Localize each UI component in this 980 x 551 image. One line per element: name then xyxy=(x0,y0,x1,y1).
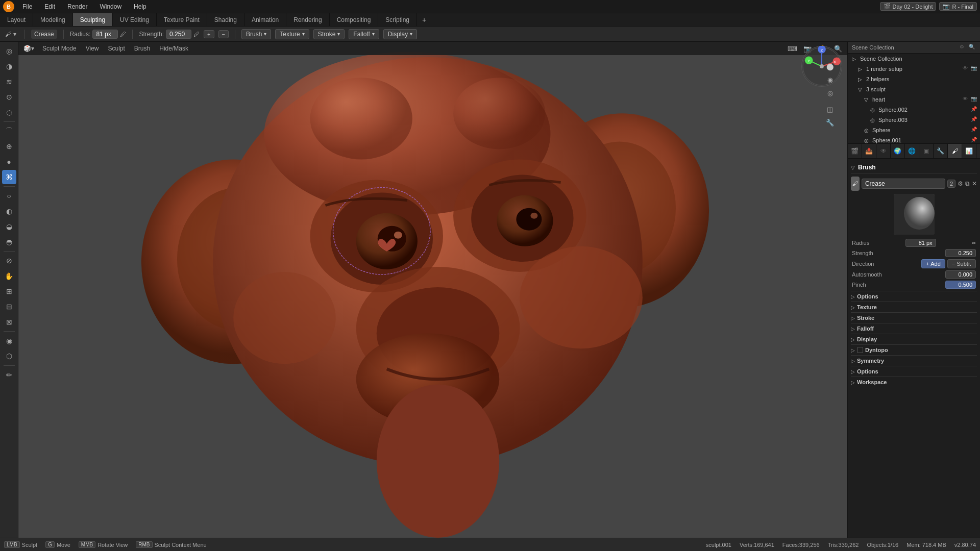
stroke-section[interactable]: ▷ Stroke xyxy=(851,312,977,323)
navigation-gizmo[interactable]: X Y Z xyxy=(801,46,842,87)
outliner-item-scene-collection[interactable]: ▷ Scene Collection xyxy=(848,54,980,64)
props-tab-object[interactable]: ▣ xyxy=(919,144,934,158)
gizmo-circle[interactable]: X Y Z xyxy=(801,46,842,87)
smooth-button[interactable]: ○ xyxy=(2,189,16,203)
falloff-dropdown[interactable]: Falloff xyxy=(349,29,379,39)
hide-mask-menu[interactable]: Hide/Mask xyxy=(156,44,191,53)
brush-dropdown[interactable]: Brush xyxy=(241,29,271,39)
outliner-item-heart[interactable]: ▽ heart 👁 📷 xyxy=(848,94,980,105)
outliner-item-sphere003[interactable]: ◎ Sphere.003 📌 xyxy=(848,115,980,125)
slide-relax-button[interactable]: ⬡ xyxy=(2,349,16,363)
camera-icon[interactable]: 📷 xyxy=(971,65,978,72)
pinch-button[interactable]: ⊘ xyxy=(2,254,16,268)
tab-sculpting[interactable]: Sculpting xyxy=(73,13,113,26)
view-menu[interactable]: View xyxy=(83,44,102,53)
symmetry-section[interactable]: ▷ Symmetry xyxy=(851,355,977,366)
overlays-button[interactable]: ◫ xyxy=(824,103,836,115)
strength-prop-value[interactable]: 0.250 xyxy=(945,249,976,257)
outliner-item-helpers[interactable]: ▷ 2 helpers xyxy=(848,74,980,84)
sculpt-menu[interactable]: Sculpt xyxy=(105,44,128,53)
add-workspace-button[interactable]: + xyxy=(417,13,431,26)
strength-value[interactable]: 0.250 xyxy=(166,30,191,39)
blender-logo[interactable]: B xyxy=(3,1,14,12)
props-tab-render[interactable]: 🎬 xyxy=(848,144,862,158)
model-viewport[interactable]: X Y Z ⬤ ◉ xyxy=(18,42,847,538)
radius-edit-icon[interactable]: ✏ xyxy=(972,240,976,246)
tab-uv-editing[interactable]: UV Editing xyxy=(113,13,157,26)
props-tab-scene[interactable]: 🌍 xyxy=(891,144,905,158)
radius-prop-value[interactable]: 81 px xyxy=(905,239,936,247)
clay-strips-button[interactable]: ⊙ xyxy=(2,90,16,104)
brush-fakemenu-icon[interactable]: ⚙ xyxy=(958,180,963,187)
props-tab-tool[interactable]: 🖌 xyxy=(948,144,962,158)
direction-subtract-button[interactable]: − Subtr. xyxy=(947,259,976,268)
dyntopo-section[interactable]: ▷ Dyntopo xyxy=(851,344,977,355)
brush-menu[interactable]: Brush xyxy=(131,44,153,53)
outliner-search-icon[interactable]: 🔍 xyxy=(969,44,976,51)
annotate-button[interactable]: ✏ xyxy=(2,368,16,382)
blob-button[interactable]: ● xyxy=(2,155,16,169)
sphere002-pin-icon[interactable]: 📌 xyxy=(971,106,978,113)
dyntopo-checkbox[interactable] xyxy=(857,347,863,353)
props-tab-output[interactable]: 📤 xyxy=(862,144,876,158)
direction-add-button[interactable]: + Add xyxy=(921,259,945,268)
add-button[interactable]: + xyxy=(204,30,214,38)
crease-button[interactable]: ⌘ xyxy=(2,170,16,184)
props-tab-view[interactable]: 👁 xyxy=(876,144,891,158)
options-section[interactable]: ▷ Options xyxy=(851,291,977,302)
sphere-pin-icon[interactable]: 📌 xyxy=(971,127,978,134)
tab-shading[interactable]: Shading xyxy=(207,13,244,26)
grab-button[interactable]: ✋ xyxy=(2,269,16,283)
outliner-item-render-setup[interactable]: ▷ 1 render setup 👁 📷 xyxy=(848,64,980,74)
menu-help[interactable]: Help xyxy=(130,2,151,11)
props-tab-world[interactable]: 🌐 xyxy=(905,144,919,158)
texture-dropdown[interactable]: Texture xyxy=(275,29,309,39)
tab-layout[interactable]: Layout xyxy=(0,13,33,26)
editor-type-button[interactable]: 🖌▾ xyxy=(3,30,18,39)
display-dropdown[interactable]: Display xyxy=(383,29,417,39)
outliner-item-sculpt-collection[interactable]: ▽ 3 sculpt xyxy=(848,84,980,94)
outliner-item-sphere[interactable]: ◎ Sphere 📌 xyxy=(848,125,980,135)
options2-section[interactable]: ▷ Options xyxy=(851,366,977,377)
outliner-item-sphere002[interactable]: ◎ Sphere.002 📌 xyxy=(848,105,980,115)
tab-animation[interactable]: Animation xyxy=(244,13,286,26)
sphere001-pin-icon[interactable]: 📌 xyxy=(971,137,978,144)
brush-copy-icon[interactable]: ⧉ xyxy=(965,180,970,187)
sphere003-pin-icon[interactable]: 📌 xyxy=(971,116,978,123)
snake-hook-button[interactable]: ⊟ xyxy=(2,299,16,314)
flatten-button[interactable]: ◐ xyxy=(2,204,16,218)
render-selector[interactable]: 📷 R - Final xyxy=(939,2,977,11)
display-section[interactable]: ▷ Display xyxy=(851,334,977,344)
scene-selector[interactable]: 🎬 Day 02 - Delight xyxy=(880,2,937,11)
menu-render[interactable]: Render xyxy=(63,2,91,11)
menu-edit[interactable]: Edit xyxy=(40,2,59,11)
tab-texture-paint[interactable]: Texture Paint xyxy=(157,13,207,26)
viewport-shading-render[interactable]: ◎ xyxy=(824,87,836,99)
texture-section[interactable]: ▷ Texture xyxy=(851,302,977,312)
brush-collapse-arrow[interactable]: ▽ xyxy=(851,165,855,170)
viewport-editor-type[interactable]: 🎲▾ xyxy=(21,44,36,53)
eye-icon[interactable]: 👁 xyxy=(963,65,970,72)
viewport-numpad-icon[interactable]: ⌨ xyxy=(786,42,798,55)
pinch-value[interactable]: 0.500 xyxy=(945,281,976,289)
inflate-button[interactable]: ⊕ xyxy=(2,139,16,154)
clay-button[interactable]: ≋ xyxy=(2,74,16,89)
scrape-button[interactable]: ◓ xyxy=(2,235,16,249)
draw-sharp-button[interactable]: ◑ xyxy=(2,59,16,73)
sculpt-mode-dropdown[interactable]: Sculpt Mode xyxy=(39,44,80,53)
menu-window[interactable]: Window xyxy=(95,2,126,11)
fill-button[interactable]: ◒ xyxy=(2,219,16,234)
thumb-button[interactable]: ⊠ xyxy=(2,315,16,329)
radius-value[interactable]: 81 px xyxy=(92,30,118,39)
menu-file[interactable]: File xyxy=(18,2,36,11)
rotate-button[interactable]: ◉ xyxy=(2,334,16,348)
draw-brush-button[interactable]: ◎ xyxy=(2,44,16,58)
outliner-filter-icon[interactable]: ⚙ xyxy=(960,44,967,51)
subtract-button[interactable]: − xyxy=(218,30,229,38)
clay-thumb-button[interactable]: ◌ xyxy=(2,105,16,119)
elastic-deform-button[interactable]: ⊞ xyxy=(2,284,16,298)
brush-name-input[interactable] xyxy=(862,179,945,189)
gizmos-button[interactable]: 🔧 xyxy=(824,116,836,129)
tab-rendering[interactable]: Rendering xyxy=(286,13,329,26)
tab-modeling[interactable]: Modeling xyxy=(33,13,73,26)
